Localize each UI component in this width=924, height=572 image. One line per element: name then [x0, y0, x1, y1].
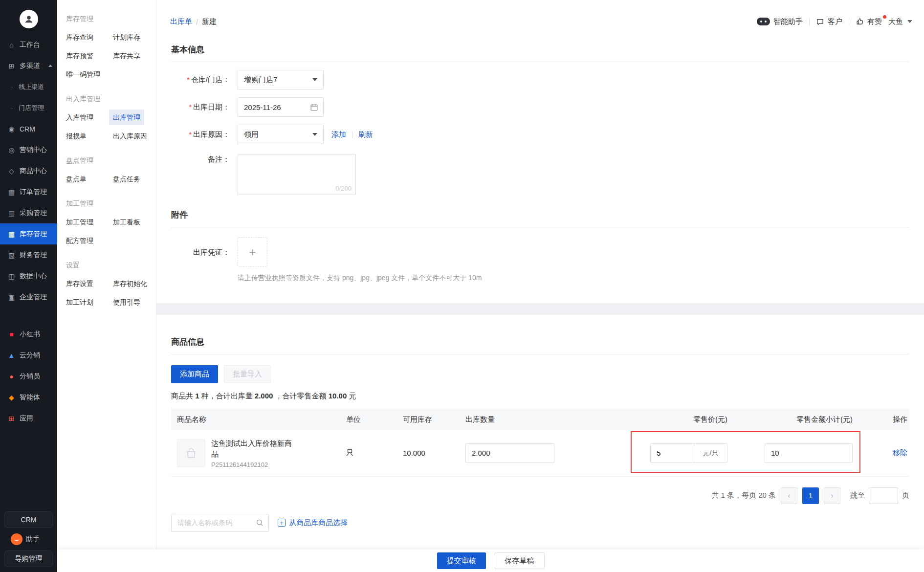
- submenu-item-recipe-management[interactable]: 配方管理: [62, 233, 97, 248]
- submenu-item-inventory-init[interactable]: 库存初始化: [109, 276, 151, 291]
- retail-price-input[interactable]: [651, 444, 694, 462]
- chevron-down-icon: [312, 133, 317, 136]
- attachment-section: 附件 出库凭证： + 请上传营业执照等资质文件，支持 png、jpg、jpeg …: [156, 209, 924, 283]
- submenu-item-processing-plan[interactable]: 加工计划: [62, 294, 97, 310]
- price-unit-suffix: 元/只: [694, 444, 727, 462]
- card-gap: [156, 303, 924, 315]
- pick-from-library-link[interactable]: + 从商品库商品选择: [278, 518, 348, 528]
- thumb-up-icon: [856, 18, 864, 26]
- submenu-item-loss-report[interactable]: 报损单: [62, 128, 90, 144]
- batch-import-button[interactable]: 批量导入: [224, 365, 271, 383]
- submenu-item-inbound-management[interactable]: 入库管理: [62, 110, 97, 125]
- outbound-qty-input[interactable]: [465, 443, 554, 463]
- add-reason-link[interactable]: 添加: [331, 130, 346, 139]
- ai-assistant-icon: [757, 18, 770, 25]
- divider: [352, 132, 352, 138]
- finance-icon: ▧: [7, 251, 16, 259]
- bullet-icon: ·: [11, 83, 13, 90]
- customer-service-button[interactable]: 客户: [816, 17, 842, 26]
- user-menu[interactable]: 大鱼: [888, 17, 912, 26]
- brand-avatar[interactable]: [0, 0, 57, 34]
- submit-review-button[interactable]: 提交审核: [437, 552, 486, 569]
- submenu-item-processing-board[interactable]: 加工看板: [109, 214, 144, 230]
- table-row: 达鱼测试出入库价格新商品 P251126144192102 只 10.000 元…: [171, 430, 909, 477]
- submenu-item-inventory-sharing[interactable]: 库存共享: [109, 48, 144, 64]
- sidebar-item-inventory-management[interactable]: ▦ 库存管理: [0, 223, 57, 244]
- sidebar-item-enterprise-management[interactable]: ▣ 企业管理: [0, 286, 57, 308]
- sidebar-item-data-center[interactable]: ◫ 数据中心: [0, 265, 57, 286]
- submenu-group-inventory: 库存管理 库存查询 计划库存 库存预警 库存共享 唯一码管理: [66, 15, 156, 82]
- praise-button[interactable]: 有赞: [856, 17, 882, 26]
- prev-page-button[interactable]: ‹: [781, 487, 797, 504]
- submenu-item-outbound-management[interactable]: 出库管理: [109, 110, 144, 125]
- add-product-button[interactable]: 添加商品: [171, 365, 218, 383]
- chevron-down-icon: [907, 20, 912, 23]
- distributor-icon: ●: [7, 373, 16, 380]
- submenu-item-processing-management[interactable]: 加工管理: [62, 214, 97, 230]
- sidebar-item-label: 采购管理: [20, 209, 47, 218]
- retail-subtotal-input[interactable]: [765, 443, 853, 463]
- submenu-item-stocktake-task[interactable]: 盘点任务: [109, 171, 144, 187]
- sidebar-bottom-guide-management[interactable]: 导购管理: [4, 550, 53, 567]
- sidebar-item-crm[interactable]: ◉ CRM: [0, 118, 57, 139]
- inventory-icon: ▦: [7, 230, 16, 238]
- section-title-products: 商品信息: [171, 336, 909, 348]
- sidebar-item-multichannel[interactable]: ⊞ 多渠道: [0, 55, 57, 76]
- assistant-mascot-icon: [11, 533, 22, 545]
- submenu-item-inventory-alert[interactable]: 库存预警: [62, 48, 97, 64]
- sidebar-item-product-center[interactable]: ◇ 商品中心: [0, 160, 57, 181]
- apps-icon: ⊞: [7, 415, 16, 422]
- submenu-item-inventory-settings[interactable]: 库存设置: [62, 276, 97, 291]
- calendar-icon: [310, 103, 318, 111]
- breadcrumb-parent-link[interactable]: 出库单: [170, 17, 192, 26]
- submenu-item-planned-inventory[interactable]: 计划库存: [109, 29, 144, 45]
- breadcrumb: 出库单 / 新建: [170, 17, 217, 26]
- next-page-button[interactable]: ›: [824, 487, 840, 504]
- customer-service-label: 客户: [828, 17, 842, 26]
- remove-product-link[interactable]: 移除: [893, 448, 907, 458]
- sidebar-item-label: 库存管理: [20, 230, 47, 239]
- upload-voucher-button[interactable]: +: [238, 237, 267, 267]
- submenu-item-in-out-reason[interactable]: 出入库原因: [109, 128, 151, 144]
- current-page-button[interactable]: 1: [802, 487, 819, 504]
- submenu-item-user-guide[interactable]: 使用引导: [109, 294, 144, 310]
- sidebar-item-purchase-management[interactable]: ▥ 采购管理: [0, 202, 57, 223]
- product-unit: 只: [346, 448, 403, 458]
- submenu-group-stocktake: 盘点管理 盘点单 盘点任务: [66, 156, 156, 187]
- sidebar-item-store-management[interactable]: · 门店管理: [0, 97, 57, 118]
- sidebar-item-finance-management[interactable]: ▧ 财务管理: [0, 244, 57, 265]
- remark-label: 备注：: [171, 154, 230, 165]
- outbound-date-input[interactable]: 2025-11-26: [238, 97, 324, 117]
- sidebar-item-online-channel[interactable]: · 线上渠道: [0, 76, 57, 97]
- refresh-reason-link[interactable]: 刷新: [358, 130, 373, 139]
- topbar-actions: 智能助手 客户 有赞 大鱼: [757, 17, 912, 26]
- submenu-item-unique-code[interactable]: 唯一码管理: [62, 66, 104, 82]
- sidebar-item-distributor[interactable]: ● 分销员: [0, 366, 57, 387]
- sidebar-bottom-assistant[interactable]: 助手: [4, 531, 53, 548]
- submenu-item-inventory-query[interactable]: 库存查询: [62, 29, 97, 45]
- workbench-icon: ⌂: [7, 41, 16, 49]
- bullet-icon: ·: [11, 104, 13, 111]
- sidebar-item-agent[interactable]: ◆ 智能体: [0, 387, 57, 408]
- sidebar-item-workbench[interactable]: ⌂ 工作台: [0, 34, 57, 55]
- save-draft-button[interactable]: 保存草稿: [495, 552, 545, 569]
- reason-select[interactable]: 领用: [238, 125, 324, 144]
- bottom-action-bar: 提交审核 保存草稿: [57, 550, 924, 572]
- ai-assistant-button[interactable]: 智能助手: [757, 17, 803, 26]
- sidebar-item-marketing-center[interactable]: ◎ 营销中心: [0, 139, 57, 160]
- product-search-input[interactable]: [177, 519, 256, 527]
- jump-page-input[interactable]: [869, 487, 898, 504]
- sidebar-item-apps[interactable]: ⊞ 应用: [0, 408, 57, 429]
- search-icon[interactable]: [256, 519, 264, 527]
- order-icon: ▤: [7, 188, 16, 196]
- product-available-stock: 10.000: [403, 449, 465, 457]
- sidebar-bottom-crm[interactable]: CRM: [4, 511, 53, 528]
- warehouse-select[interactable]: 增购门店7: [238, 70, 324, 89]
- breadcrumb-separator: /: [196, 18, 198, 26]
- divider: [809, 18, 810, 25]
- breadcrumb-current: 新建: [202, 17, 217, 26]
- submenu-item-stocktake-order[interactable]: 盘点单: [62, 171, 90, 187]
- sidebar-item-xiaohongshu[interactable]: ■ 小红书: [0, 324, 57, 345]
- sidebar-item-order-management[interactable]: ▤ 订单管理: [0, 181, 57, 202]
- sidebar-item-cloud-distribution[interactable]: ▲ 云分销: [0, 345, 57, 366]
